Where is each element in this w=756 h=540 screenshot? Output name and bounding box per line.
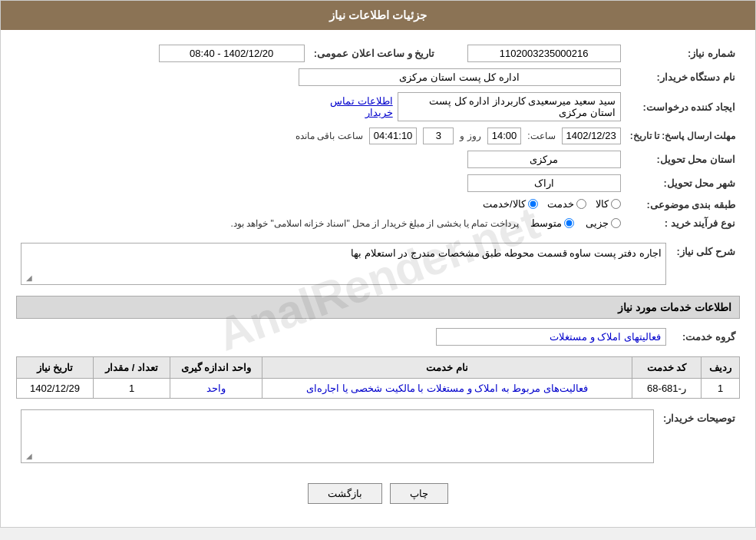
- description-box[interactable]: اجاره دفتر پست ساوه قسمت محوطه طبق مشخصا…: [21, 243, 666, 285]
- buyer-desc-cell: ◢: [16, 406, 659, 466]
- services-section-header: اطلاعات خدمات مورد نیاز: [16, 296, 740, 319]
- buyer-org-cell: اداره کل پست استان مرکزی: [16, 65, 626, 89]
- buyer-desc-box[interactable]: ◢: [21, 409, 654, 463]
- deadline-day-label: روز و: [460, 131, 480, 141]
- col-row: ردیف: [702, 357, 740, 379]
- category-kala-label: کالا: [596, 198, 609, 210]
- buttons-row: چاپ بازگشت: [16, 474, 740, 515]
- purchase-type-cell: جزیی متوسط پرداخت تمام یا بخشی از مبلغ خ…: [16, 214, 626, 232]
- row-unit: واحد: [170, 379, 262, 399]
- print-button[interactable]: چاپ: [390, 483, 448, 504]
- row-service-name: فعالیت‌های مربوط به املاک و مستغلات با م…: [262, 379, 632, 399]
- category-khedmat-label: خدمت: [547, 198, 574, 210]
- buyer-org-label: نام دستگاه خریدار:: [626, 65, 740, 89]
- description-label: شرح کلی نیاز:: [671, 240, 740, 288]
- description-table: شرح کلی نیاز: اجاره دفتر پست ساوه قسمت م…: [16, 240, 740, 288]
- province-label: استان محل تحویل:: [626, 147, 740, 171]
- col-code: کد خدمت: [632, 357, 702, 379]
- group-cell: فعالیتهای املاک و مستغلات: [16, 325, 671, 349]
- purchase-type-jozi-label: جزیی: [586, 217, 609, 229]
- category-kala-khedmat-radio[interactable]: [528, 199, 538, 209]
- buyer-org-value: اداره کل پست استان مرکزی: [299, 68, 621, 86]
- purchase-type-jozi-radio[interactable]: [611, 218, 621, 228]
- purchase-type-motavasset-label: متوسط: [530, 217, 562, 229]
- category-khedmat-radio[interactable]: [576, 199, 586, 209]
- deadline-remaining: 04:41:10: [369, 128, 418, 144]
- col-date: تاریخ نیاز: [17, 357, 94, 379]
- col-unit: واحد اندازه گیری: [170, 357, 262, 379]
- need-number-cell: 1102003235000216: [463, 41, 626, 65]
- city-value: اراک: [467, 174, 621, 192]
- province-cell: مرکزی: [16, 147, 626, 171]
- date-label: تاریخ و ساعت اعلان عمومی:: [309, 41, 440, 65]
- date-cell: 1402/12/20 - 08:40: [16, 41, 309, 65]
- description-cell: اجاره دفتر پست ساوه قسمت محوطه طبق مشخصا…: [16, 240, 671, 288]
- category-kala-radio[interactable]: [611, 199, 621, 209]
- deadline-cell: 1402/12/23 ساعت: 14:00 روز و 3 04:41:10 …: [16, 124, 626, 147]
- deadline-time-label: ساعت:: [527, 131, 555, 141]
- province-value: مرکزی: [467, 151, 621, 168]
- buyer-desc-table: توصیحات خریدار: ◢: [16, 406, 740, 466]
- city-label: شهر محل تحویل:: [626, 171, 740, 195]
- group-value: فعالیتهای املاک و مستغلات: [436, 328, 666, 346]
- creator-cell: سید سعید میرسعیدی کاربرداز اداره کل پست …: [309, 89, 626, 124]
- purchase-type-motavasset-radio[interactable]: [564, 218, 574, 228]
- city-cell: اراک: [16, 171, 626, 195]
- row-date: 1402/12/29: [17, 379, 94, 399]
- description-value: اجاره دفتر پست ساوه قسمت محوطه طبق مشخصا…: [351, 247, 662, 259]
- back-button[interactable]: بازگشت: [308, 483, 382, 504]
- contact-link[interactable]: اطلاعات تماس خریدار: [314, 95, 393, 118]
- creator-label: ایجاد کننده درخواست:: [626, 89, 740, 124]
- row-code: ر-681-68: [632, 379, 702, 399]
- deadline-remaining-label: ساعت باقی مانده: [295, 131, 363, 141]
- deadline-day: 3: [423, 128, 454, 144]
- date-value: 1402/12/20 - 08:40: [159, 45, 305, 62]
- need-number-label: شماره نیاز:: [626, 41, 740, 65]
- page-header: جزئیات اطلاعات نیاز: [1, 1, 755, 30]
- buyer-desc-label: توصیحات خریدار:: [659, 406, 740, 466]
- purchase-type-desc: پرداخت تمام یا بخشی از مبلغ خریدار از مح…: [230, 218, 518, 229]
- need-number-value: 1102003235000216: [467, 45, 621, 62]
- resize-handle: ◢: [23, 273, 32, 283]
- buyer-resize-handle: ◢: [23, 452, 32, 461]
- purchase-type-label: نوع فرآیند خرید :: [626, 214, 740, 232]
- category-kala-khedmat-label: کالا/خدمت: [483, 198, 526, 210]
- services-table: ردیف کد خدمت نام خدمت واحد اندازه گیری ت…: [16, 356, 740, 399]
- group-label: گروه خدمت:: [671, 325, 740, 349]
- group-table: گروه خدمت: فعالیتهای املاک و مستغلات: [16, 325, 740, 349]
- deadline-label: مهلت ارسال پاسخ: تا تاریخ:: [626, 124, 740, 147]
- row-number: 1: [702, 379, 740, 399]
- deadline-time: 14:00: [487, 128, 522, 144]
- category-cell: کالا خدمت کالا/خدمت: [16, 195, 626, 214]
- category-label: طبقه بندی موضوعی:: [626, 195, 740, 214]
- row-count: 1: [94, 379, 170, 399]
- creator-value: سید سعید میرسعیدی کاربرداز اداره کل پست …: [398, 92, 621, 121]
- col-count: تعداد / مقدار: [94, 357, 170, 379]
- main-form-table: شماره نیاز: 1102003235000216 تاریخ و ساع…: [16, 41, 740, 232]
- page-title: جزئیات اطلاعات نیاز: [329, 8, 427, 22]
- table-row: 1 ر-681-68 فعالیت‌های مربوط به املاک و م…: [17, 379, 740, 399]
- col-name: نام خدمت: [262, 357, 632, 379]
- deadline-date: 1402/12/23: [562, 128, 621, 144]
